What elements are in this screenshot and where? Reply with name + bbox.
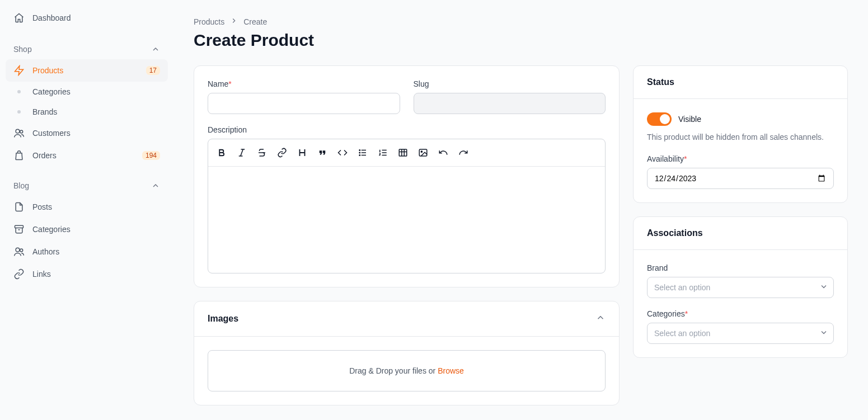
- svg-point-6: [20, 249, 23, 252]
- table-button[interactable]: [394, 144, 412, 162]
- main-content: Products Create Create Product Name*: [173, 0, 868, 420]
- page-title: Create Product: [194, 31, 848, 50]
- sidebar-blog-categories-label: Categories: [32, 225, 160, 234]
- bold-button[interactable]: [213, 144, 231, 162]
- images-card-title: Images: [208, 314, 238, 324]
- sidebar-item-categories-shop[interactable]: Categories: [6, 82, 168, 102]
- sidebar-products-label: Products: [32, 66, 138, 75]
- sidebar-item-brands[interactable]: Brands: [6, 102, 168, 122]
- file-dropzone[interactable]: Drag & Drop your files or Browse: [208, 350, 606, 391]
- bullet-list-button[interactable]: [354, 144, 372, 162]
- chevron-up-icon: [595, 313, 606, 325]
- dropzone-text: Drag & Drop your files or: [349, 366, 438, 375]
- home-icon: [13, 12, 25, 23]
- images-card: Images Drag & Drop your files or Browse: [194, 301, 620, 405]
- name-input[interactable]: [208, 93, 400, 114]
- sidebar-links-label: Links: [32, 270, 160, 279]
- sidebar: Dashboard Shop Products 17 Categories Br…: [0, 0, 173, 420]
- products-badge: 17: [146, 66, 160, 75]
- name-label: Name*: [208, 79, 400, 88]
- heading-button[interactable]: [293, 144, 311, 162]
- sidebar-item-authors[interactable]: Authors: [6, 240, 168, 263]
- categories-select[interactable]: Select an option: [647, 323, 834, 344]
- sidebar-group-shop-label: Shop: [13, 45, 32, 54]
- breadcrumb-products[interactable]: Products: [194, 17, 224, 26]
- code-button[interactable]: [334, 144, 351, 162]
- categories-select-placeholder: Select an option: [654, 329, 710, 338]
- required-mark: *: [684, 154, 687, 163]
- slug-label: Slug: [414, 79, 606, 88]
- brand-label: Brand: [647, 263, 834, 272]
- images-card-header[interactable]: Images: [194, 301, 619, 337]
- link-icon: [13, 268, 25, 280]
- svg-marker-0: [15, 66, 24, 75]
- chevron-up-icon: [151, 181, 160, 190]
- visible-toggle[interactable]: [647, 112, 672, 126]
- blockquote-button[interactable]: [313, 144, 331, 162]
- sidebar-brands-label: Brands: [32, 107, 57, 116]
- general-card: Name* Slug Description: [194, 65, 620, 287]
- svg-rect-3: [15, 225, 24, 228]
- sidebar-customers-label: Customers: [32, 129, 160, 138]
- ordered-list-button[interactable]: [374, 144, 392, 162]
- svg-point-5: [16, 248, 20, 252]
- sidebar-group-blog[interactable]: Blog: [6, 176, 168, 196]
- sidebar-item-products[interactable]: Products 17: [6, 59, 168, 82]
- sidebar-orders-label: Orders: [32, 151, 134, 160]
- svg-point-14: [359, 150, 360, 151]
- associations-card: Associations Brand Select an option: [633, 216, 848, 358]
- availability-input[interactable]: [647, 168, 834, 189]
- browse-link[interactable]: Browse: [438, 366, 464, 375]
- svg-point-2: [20, 130, 23, 133]
- sidebar-item-categories-blog[interactable]: Categories: [6, 218, 168, 240]
- svg-point-25: [421, 151, 422, 152]
- sidebar-item-links[interactable]: Links: [6, 263, 168, 285]
- status-card-header: Status: [634, 66, 847, 99]
- chevron-right-icon: [230, 17, 238, 26]
- visible-label: Visible: [678, 115, 701, 124]
- tree-dot-icon: [13, 90, 25, 93]
- sidebar-item-orders[interactable]: Orders 194: [6, 144, 168, 167]
- orders-badge: 194: [142, 151, 160, 160]
- sidebar-item-posts[interactable]: Posts: [6, 196, 168, 218]
- associations-card-header: Associations: [634, 217, 847, 250]
- description-label: Description: [208, 125, 606, 134]
- sidebar-group-blog-label: Blog: [13, 181, 29, 190]
- svg-rect-20: [399, 149, 407, 156]
- visible-help-text: This product will be hidden from all sal…: [647, 131, 834, 143]
- undo-button[interactable]: [434, 144, 452, 162]
- brand-select[interactable]: Select an option: [647, 277, 834, 298]
- sidebar-group-shop[interactable]: Shop: [6, 39, 168, 59]
- description-input[interactable]: [208, 167, 605, 273]
- redo-button[interactable]: [454, 144, 472, 162]
- svg-line-9: [241, 149, 243, 156]
- lightning-icon: [13, 65, 25, 76]
- sidebar-posts-label: Posts: [32, 202, 160, 211]
- italic-button[interactable]: [233, 144, 251, 162]
- editor-toolbar: [208, 139, 605, 167]
- sidebar-categories-label: Categories: [32, 87, 71, 96]
- rich-text-editor: [208, 139, 606, 273]
- sidebar-dashboard-label: Dashboard: [32, 13, 160, 22]
- slug-input[interactable]: [414, 93, 606, 114]
- svg-point-16: [359, 155, 360, 156]
- chevron-up-icon: [151, 45, 160, 54]
- users-icon: [13, 128, 25, 139]
- status-card-title: Status: [647, 77, 674, 87]
- availability-label: Availability*: [647, 154, 834, 163]
- required-mark: *: [228, 79, 231, 88]
- associations-card-title: Associations: [647, 228, 703, 238]
- brand-select-placeholder: Select an option: [654, 283, 710, 292]
- breadcrumb: Products Create: [194, 17, 848, 26]
- image-button[interactable]: [414, 144, 432, 162]
- breadcrumb-create: Create: [243, 17, 267, 26]
- bag-icon: [13, 150, 25, 161]
- sidebar-item-customers[interactable]: Customers: [6, 122, 168, 144]
- link-button[interactable]: [273, 144, 291, 162]
- users-icon: [13, 246, 25, 257]
- sidebar-item-dashboard[interactable]: Dashboard: [6, 7, 168, 29]
- strikethrough-button[interactable]: [253, 144, 271, 162]
- archive-icon: [13, 224, 25, 235]
- svg-point-15: [359, 152, 360, 153]
- tree-dot-icon: [13, 110, 25, 114]
